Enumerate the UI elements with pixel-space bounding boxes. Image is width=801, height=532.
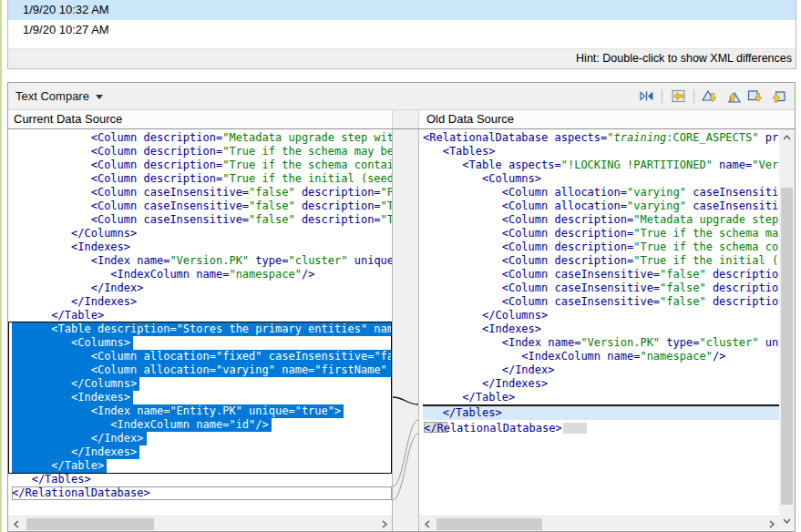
section-accent-border [0,0,2,532]
code-line: </Table> [12,459,392,473]
left-horizontal-scrollbar[interactable] [8,516,392,531]
left-code-pane[interactable]: <Column description="Metadata upgrade st… [8,129,392,531]
code-line: </Tables> [12,473,392,486]
pane-headers: Current Data Source Old Data Source [8,110,795,129]
code-line: </Columns> [12,377,392,391]
code-line: <Columns> [12,336,392,350]
code-line: </Index> [12,432,392,445]
right-horizontal-scrollbar[interactable] [419,516,779,531]
compare-toolbar [636,87,795,107]
code-line: <Column description="True if the initial… [423,254,779,268]
code-line: <IndexColumn name="namespace"/> [423,350,779,363]
code-line: </RelationalDatabase> [12,486,392,500]
code-line: <Column allocation="varying" caseInsensi… [423,200,779,213]
code-line: <Column description="True if the schema … [12,145,392,159]
code-line: </RelationalDatabase> [424,422,447,433]
code-line: <Column allocation="varying" caseInsensi… [423,186,779,200]
swap-left-right-icon[interactable] [636,87,656,107]
code-line: <Column description="True if the schema … [12,159,392,172]
code-line: <Table aspects="!LOCKING !PARTITIONED" n… [423,159,779,172]
code-line: <Columns> [423,172,779,186]
code-line: </Indexes> [12,445,392,459]
version-history-list: 1/9/20 10:32 AM1/9/20 10:27 AM [8,0,796,40]
previous-difference-icon[interactable] [723,87,743,107]
code-line: </Indexes> [12,295,392,309]
code-line: <Column description="True if the initial… [12,172,392,186]
code-line: </Tables> [423,404,779,420]
scroll-right-icon[interactable] [764,517,779,531]
next-difference-icon[interactable] [700,87,720,107]
scroll-left-icon[interactable] [419,517,435,531]
code-line: <Column description="True if the schema … [423,240,779,254]
history-row[interactable]: 1/9/20 10:27 AM [8,20,796,40]
code-line: </Columns> [12,227,392,240]
code-line: </Columns> [423,309,779,322]
code-line: <Column allocation="fixed" caseInsensiti… [12,350,392,363]
toolbar-separator [662,89,662,103]
code-line: <Column caseInsensitive="false" descript… [423,268,779,281]
code-line: <Column description="True if the schema … [423,227,779,240]
code-line: <Column allocation="varying" name="first… [12,363,392,377]
chevron-down-icon [96,95,103,99]
code-line: <Column caseInsensitive="false" descript… [12,186,392,200]
code-line: <Indexes> [423,322,779,336]
header-gutter [392,110,419,128]
code-line: <Column caseInsensitive="false" descript… [12,200,392,213]
code-line: <Index name="Version.PK" type="cluster" … [423,336,779,350]
right-pane-header: Old Data Source [419,110,795,128]
code-line: <Column caseInsensitive="false" descript… [423,281,779,295]
diff-filler-chip [563,423,587,434]
hint-text: Hint: Double-click to show XML differenc… [8,48,796,68]
code-line: </Index> [12,281,392,295]
code-line: <IndexColumn name="namespace"/> [12,268,392,281]
previous-change-icon[interactable] [768,87,788,107]
code-line: <Column description="Metadata upgrade st… [423,213,779,227]
right-code-pane[interactable]: <RelationalDatabase aspects="training:CO… [419,129,779,531]
code-line: <Index name="Entity.PK" unique="true"> [12,404,392,418]
compare-content: <Column description="Metadata upgrade st… [8,129,795,531]
code-line: <IndexColumn name="id"/> [12,418,392,432]
vertical-scrollbar[interactable] [779,129,795,531]
code-line: <Column description="Metadata upgrade st… [12,131,392,145]
scrollbar-thumb[interactable] [781,188,793,505]
code-line: <Column caseInsensitive="false" descript… [12,213,392,227]
next-change-icon[interactable] [745,87,765,107]
code-line: <Indexes> [12,240,392,254]
code-line: </Table> [423,391,779,404]
diff-connector-curves [393,129,418,531]
diff-connector-gutter [392,129,419,531]
code-line: <Indexes> [12,391,392,404]
code-line: <Table description="Stores the primary e… [12,322,392,336]
right-code-area[interactable]: <RelationalDatabase aspects="training:CO… [419,129,779,516]
code-line: <Column caseInsensitive="false" descript… [423,295,779,309]
scrollbar-thumb[interactable] [26,518,154,530]
compare-editor: Text Compare [7,82,796,532]
scroll-left-icon[interactable] [8,517,24,531]
code-line: </Table> [12,309,392,322]
code-line: <Index name="Version.PK" type="cluster" … [12,254,392,268]
scroll-up-icon[interactable] [779,129,795,145]
toolbar-separator [693,89,694,103]
scroll-down-icon[interactable] [779,513,795,528]
left-pane-header: Current Data Source [8,110,392,128]
viewer-switch-dropdown[interactable]: Text Compare [8,89,112,103]
code-line: <Tables> [423,145,779,159]
history-row[interactable]: 1/9/20 10:32 AM [8,0,796,20]
left-code-area[interactable]: <Column description="Metadata upgrade st… [8,129,392,516]
viewer-title: Text Compare [15,89,89,103]
code-line: </Indexes> [423,377,779,391]
compare-titlebar: Text Compare [8,83,795,110]
copy-right-to-left-icon[interactable] [668,87,688,107]
scroll-right-icon[interactable] [376,517,392,531]
scrollbar-thumb[interactable] [436,518,542,530]
code-line: <RelationalDatabase aspects="training:CO… [423,131,779,145]
version-history-panel: 1/9/20 10:32 AM1/9/20 10:27 AM Hint: Dou… [7,0,796,69]
code-line: </Index> [423,363,779,377]
